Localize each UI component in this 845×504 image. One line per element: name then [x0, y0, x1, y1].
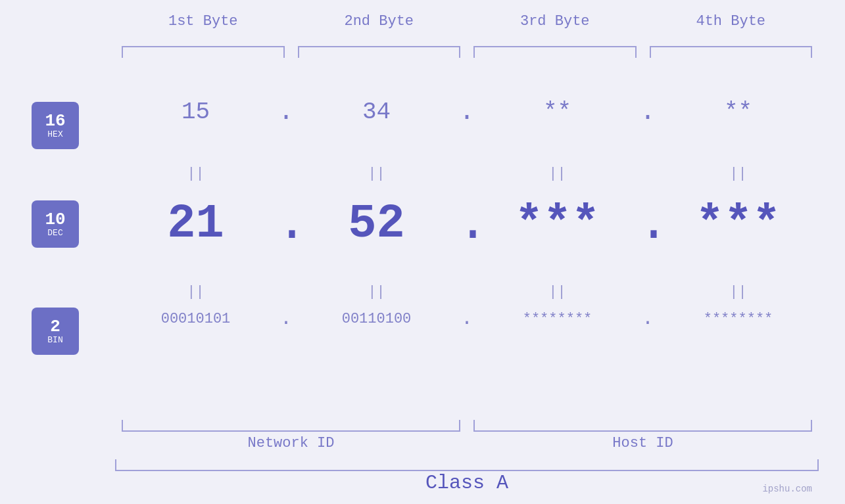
bin-dot-3: . — [638, 309, 658, 329]
bin-num: 2 — [50, 318, 60, 335]
bin-val-3: ******** — [477, 311, 638, 327]
bin-dot-1: . — [276, 309, 296, 329]
bracket-cell-4 — [650, 46, 813, 58]
eq-1: || — [115, 166, 276, 182]
network-id-label: Network ID — [115, 435, 467, 451]
dec-val-2: 52 — [296, 197, 457, 251]
dec-badge: 10 DEC — [32, 200, 79, 248]
eq-3: || — [477, 166, 638, 182]
equals-dec-bin: || || || || — [115, 284, 819, 300]
eq2-1: || — [115, 284, 276, 300]
full-bottom-bracket — [115, 459, 819, 471]
bin-row: 00010101 . 00110100 . ******** . *******… — [115, 309, 819, 329]
bracket-cell-1 — [122, 46, 285, 58]
hex-num: 16 — [45, 112, 65, 129]
bracket-top — [115, 46, 819, 58]
watermark: ipshu.com — [762, 484, 812, 494]
eq-2: || — [296, 166, 457, 182]
hex-row: 15 . 34 . ** . ** — [115, 99, 819, 126]
hex-val-4: ** — [658, 99, 819, 126]
bracket-cell-3 — [473, 46, 637, 58]
hex-val-1: 15 — [115, 99, 276, 126]
hex-dot-1: . — [276, 99, 296, 126]
dec-dot-3: . — [638, 198, 658, 250]
dec-val-1: 21 — [115, 197, 276, 251]
eq-4: || — [658, 166, 819, 182]
header-byte2: 2nd Byte — [291, 13, 468, 30]
host-bracket — [473, 420, 812, 432]
eq2-2: || — [296, 284, 457, 300]
bottom-brackets — [115, 420, 819, 432]
main-container: 16 HEX 10 DEC 2 BIN 1st Byte 2nd Byte 3r… — [0, 0, 845, 504]
dec-row: 21 . 52 . *** . *** — [115, 197, 819, 251]
eq2-4: || — [658, 284, 819, 300]
bin-val-4: ******** — [658, 311, 819, 327]
host-id-label: Host ID — [467, 435, 819, 451]
equals-hex-dec: || || || || — [115, 166, 819, 182]
header-byte3: 3rd Byte — [467, 13, 643, 30]
bin-dot-2: . — [457, 309, 477, 329]
bin-val-2: 00110100 — [296, 311, 457, 327]
dec-val-4: *** — [658, 197, 819, 251]
bin-label: BIN — [47, 335, 62, 345]
bin-badge: 2 BIN — [32, 308, 79, 355]
eq2-3: || — [477, 284, 638, 300]
dec-dot-2: . — [457, 198, 477, 250]
hex-dot-2: . — [457, 99, 477, 126]
dec-label: DEC — [47, 228, 62, 238]
header-byte1: 1st Byte — [115, 13, 291, 30]
network-bracket — [122, 420, 460, 432]
hex-badge: 16 HEX — [32, 102, 79, 149]
hex-label: HEX — [47, 129, 62, 139]
hex-dot-3: . — [638, 99, 658, 126]
class-label: Class A — [115, 472, 819, 494]
dec-num: 10 — [45, 211, 65, 228]
bin-val-1: 00010101 — [115, 311, 276, 327]
hex-val-2: 34 — [296, 99, 457, 126]
hex-val-3: ** — [477, 99, 638, 126]
bracket-cell-2 — [298, 46, 461, 58]
dec-dot-1: . — [276, 198, 296, 250]
byte-headers: 1st Byte 2nd Byte 3rd Byte 4th Byte — [115, 13, 819, 30]
dec-val-3: *** — [477, 197, 638, 251]
header-byte4: 4th Byte — [643, 13, 819, 30]
bottom-labels: Network ID Host ID — [115, 435, 819, 451]
